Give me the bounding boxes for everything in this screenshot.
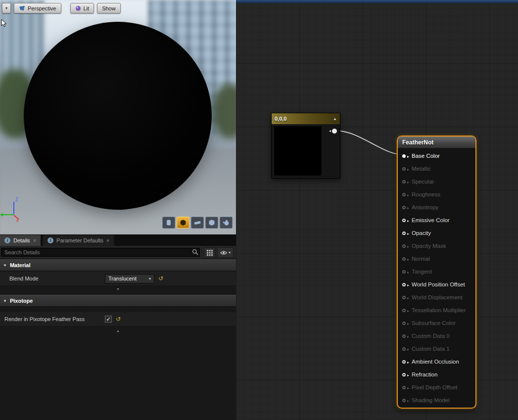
feather-pass-row: Render in Pixotope Feather Pass ✓ ↺ (0, 312, 236, 327)
pin-icon (402, 309, 406, 312)
material-pin[interactable]: Metallic (398, 162, 475, 175)
pin-label: Metallic (412, 166, 431, 172)
material-editor-window: ▾ Perspective Lit Show Z (0, 0, 518, 420)
material-pin[interactable]: Shading Model (398, 394, 475, 407)
details-tabbar: i Details × i Parameter Defaults × (0, 235, 236, 246)
material-pin[interactable]: Anisotropy (398, 201, 475, 214)
search-input[interactable] (1, 248, 200, 257)
material-pin[interactable]: Base Color (398, 149, 475, 162)
pin-icon (402, 270, 406, 274)
pin-label: Opacity (412, 230, 431, 236)
preview-shape-sphere-button[interactable] (177, 217, 189, 229)
material-pin[interactable]: Emissive Color (398, 214, 475, 227)
material-pin[interactable]: Specular (398, 175, 475, 188)
material-pin[interactable]: Tessellation Multiplier (398, 304, 475, 317)
close-icon[interactable]: × (106, 237, 109, 243)
plane-icon (193, 219, 201, 227)
material-pin[interactable]: Tangent (398, 265, 475, 278)
category-splitter-down[interactable]: ▼ (0, 287, 236, 292)
pin-label: Specular (412, 179, 434, 185)
feather-pass-label: Render in Pixotope Feather Pass (0, 316, 85, 322)
display-options-button[interactable] (204, 247, 215, 258)
lit-label: Lit (84, 5, 90, 11)
pin-label: Ambient Occlusion (412, 359, 459, 365)
custom-mesh-icon (222, 219, 230, 227)
pin-icon (402, 193, 406, 196)
material-pin[interactable]: Custom Data 1 (398, 342, 475, 355)
perspective-button[interactable]: Perspective (14, 3, 61, 13)
blend-mode-row: Blend Mode Translucent ▾ ↺ (0, 272, 236, 286)
material-node-pins: Base Color Metallic Specular Roughness A… (398, 148, 475, 407)
search-icon (192, 249, 198, 255)
preview-shape-cube-button[interactable] (205, 217, 218, 229)
pin-label: Tangent (412, 269, 432, 275)
show-label: Show (102, 5, 116, 11)
chevron-down-icon: ▾ (149, 277, 151, 281)
output-pin[interactable] (332, 129, 337, 134)
reset-to-default-icon[interactable]: ↺ (116, 316, 121, 322)
axis-z-label: Z (15, 197, 18, 202)
material-node-header[interactable]: FeatherNot (398, 137, 475, 148)
close-icon[interactable]: × (33, 237, 36, 243)
pin-icon (402, 232, 406, 235)
material-pin[interactable]: Normal (398, 252, 475, 265)
material-pin[interactable]: Opacity (398, 227, 475, 239)
material-pin[interactable]: Opacity Mask (398, 239, 475, 252)
cube-icon (208, 219, 216, 227)
material-pin[interactable]: Subsurface Color (398, 317, 475, 329)
pin-icon (402, 244, 406, 248)
section-header-material[interactable]: ▼ Material (0, 259, 236, 271)
material-pin[interactable]: Custom Data 0 (398, 329, 475, 342)
pin-icon (402, 180, 406, 184)
feather-pass-checkbox[interactable]: ✓ (105, 316, 112, 323)
constant-node-header[interactable]: 0,0,0 ▲ (272, 113, 340, 124)
constant-color-node[interactable]: 0,0,0 ▲ (271, 113, 340, 179)
view-filter-button[interactable]: ▾ (217, 247, 234, 258)
material-pin[interactable]: Roughness (398, 188, 475, 201)
pin-icon (402, 296, 406, 299)
chevron-down-icon: ▾ (5, 6, 7, 10)
blend-mode-label: Blend Mode (0, 276, 39, 281)
grid-icon (207, 250, 213, 256)
pin-label: World Displacement (412, 294, 463, 300)
color-swatch[interactable] (274, 126, 322, 176)
pin-label: Custom Data 1 (412, 346, 450, 352)
category-splitter-up[interactable]: ▲ (0, 328, 236, 333)
pin-label: Base Color (412, 153, 440, 159)
material-result-node[interactable]: FeatherNot Base Color Metallic Specular … (397, 136, 476, 409)
blend-mode-value: Translucent (108, 276, 137, 281)
axis-y-line (2, 214, 14, 215)
lit-button[interactable]: Lit (70, 3, 94, 13)
material-pin[interactable]: World Position Offset (398, 278, 475, 291)
perspective-label: Perspective (28, 5, 56, 11)
pin-icon (402, 360, 406, 364)
show-button[interactable]: Show (97, 3, 121, 13)
pin-icon (402, 334, 406, 338)
preview-shape-custom-mesh-button[interactable] (220, 217, 233, 229)
material-section-title: Material (10, 262, 31, 268)
preview-sphere (24, 22, 212, 210)
sphere-icon (179, 219, 187, 227)
material-pin[interactable]: Refraction (398, 368, 475, 381)
material-pin[interactable]: Pixel Depth Offset (398, 381, 475, 394)
collapse-up-icon: ▲ (116, 329, 120, 332)
material-pin[interactable]: Ambient Occlusion (398, 355, 475, 368)
section-header-pixotope[interactable]: ▼ Pixotope (0, 295, 236, 307)
collapse-up-icon[interactable]: ▲ (333, 117, 337, 121)
material-graph-canvas[interactable]: 0,0,0 ▲ FeatherNot Base Color Metallic S… (236, 0, 518, 420)
viewport-options-button[interactable]: ▾ (2, 3, 11, 13)
preview-shape-plane-button[interactable] (191, 217, 204, 229)
expand-arrow-icon: ▼ (3, 299, 7, 303)
blend-mode-dropdown[interactable]: Translucent ▾ (105, 274, 154, 283)
preview-shape-cylinder-button[interactable] (162, 217, 175, 229)
reset-to-default-icon[interactable]: ↺ (158, 276, 163, 281)
pin-label: Shading Model (412, 397, 450, 403)
tab-details[interactable]: i Details × (0, 235, 41, 246)
tab-parameter-defaults[interactable]: i Parameter Defaults × (43, 235, 114, 246)
pin-label: Emissive Color (412, 217, 450, 223)
material-pin[interactable]: World Displacement (398, 291, 475, 304)
axis-z-line (13, 202, 14, 214)
preview-viewport[interactable]: ▾ Perspective Lit Show Z (0, 0, 236, 234)
tab-parameter-defaults-label: Parameter Defaults (56, 237, 103, 243)
pin-icon (402, 399, 406, 402)
